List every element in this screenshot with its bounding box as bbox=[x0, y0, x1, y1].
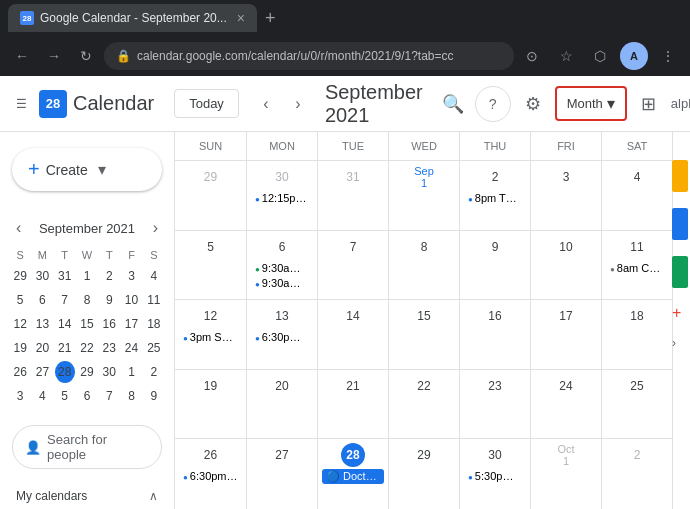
mini-day[interactable]: 7 bbox=[55, 289, 75, 311]
date-number[interactable]: 9 bbox=[483, 235, 507, 259]
calendar-event[interactable]: 9:30am Wec bbox=[251, 276, 313, 290]
hamburger-menu-button[interactable]: ☰ bbox=[16, 86, 27, 122]
cast-icon[interactable]: ⊙ bbox=[518, 42, 546, 70]
date-number[interactable]: 19 bbox=[199, 374, 223, 398]
create-button[interactable]: + Create ▾ bbox=[12, 148, 162, 191]
calendar-event[interactable]: 8am Cancel bbox=[606, 261, 668, 275]
my-calendars-toggle[interactable]: ∧ bbox=[149, 489, 158, 503]
mini-day[interactable]: 22 bbox=[77, 337, 97, 359]
bookmark-icon[interactable]: ☆ bbox=[552, 42, 580, 70]
date-number[interactable]: 2 bbox=[625, 443, 649, 467]
date-number[interactable]: 30 bbox=[483, 443, 507, 467]
date-number[interactable]: 23 bbox=[483, 374, 507, 398]
grid-view-button[interactable]: ⊞ bbox=[631, 86, 667, 122]
date-number[interactable]: 22 bbox=[412, 374, 436, 398]
date-number[interactable]: 5 bbox=[199, 235, 223, 259]
date-number[interactable]: 2 bbox=[483, 165, 507, 189]
mini-day[interactable]: 3 bbox=[121, 265, 141, 287]
mini-day-selected[interactable]: 28 bbox=[55, 361, 75, 383]
address-bar[interactable]: 🔒 calendar.google.com/calendar/u/0/r/mon… bbox=[104, 42, 514, 70]
date-number[interactable]: 29 bbox=[412, 443, 436, 467]
calendar-event[interactable]: 5:30pm 🔒 D bbox=[464, 469, 526, 484]
date-number[interactable]: 16 bbox=[483, 304, 507, 328]
mini-day[interactable]: 23 bbox=[99, 337, 119, 359]
date-number[interactable]: 18 bbox=[625, 304, 649, 328]
date-number[interactable]: 14 bbox=[341, 304, 365, 328]
month-view-dropdown[interactable]: Month ▾ bbox=[555, 86, 627, 121]
mini-day[interactable]: 27 bbox=[32, 361, 52, 383]
mini-day[interactable]: 5 bbox=[10, 289, 30, 311]
date-number[interactable]: 7 bbox=[341, 235, 365, 259]
back-button[interactable]: ← bbox=[8, 42, 36, 70]
side-icon-green[interactable] bbox=[672, 256, 688, 288]
calendar-event[interactable]: 🔵 Doctors App bbox=[322, 469, 384, 484]
date-number[interactable]: 20 bbox=[270, 374, 294, 398]
next-month-button[interactable]: › bbox=[283, 89, 313, 119]
settings-button[interactable]: ⚙ bbox=[515, 86, 551, 122]
reload-button[interactable]: ↻ bbox=[72, 42, 100, 70]
date-number[interactable]: 24 bbox=[554, 374, 578, 398]
mini-day[interactable]: 13 bbox=[32, 313, 52, 335]
mini-day[interactable]: 29 bbox=[10, 265, 30, 287]
side-icon-yellow[interactable] bbox=[672, 160, 688, 192]
mini-day[interactable]: 31 bbox=[55, 265, 75, 287]
mini-day[interactable]: 15 bbox=[77, 313, 97, 335]
mini-day[interactable]: 30 bbox=[32, 265, 52, 287]
mini-next-button[interactable]: › bbox=[153, 219, 158, 237]
mini-day[interactable]: 29 bbox=[77, 361, 97, 383]
today-button[interactable]: Today bbox=[174, 89, 239, 118]
date-number[interactable]: Sep 1 bbox=[412, 165, 436, 189]
mini-day[interactable]: 18 bbox=[144, 313, 164, 335]
mini-day[interactable]: 9 bbox=[99, 289, 119, 311]
search-people-button[interactable]: 👤 Search for people bbox=[12, 425, 162, 469]
help-button[interactable]: ? bbox=[475, 86, 511, 122]
mini-day[interactable]: 10 bbox=[121, 289, 141, 311]
more-menu-icon[interactable]: ⋮ bbox=[654, 42, 682, 70]
mini-day[interactable]: 20 bbox=[32, 337, 52, 359]
mini-day[interactable]: 25 bbox=[144, 337, 164, 359]
date-number-today[interactable]: 28 bbox=[341, 443, 365, 467]
side-icon-expand[interactable]: › bbox=[672, 336, 688, 352]
mini-day[interactable]: 6 bbox=[32, 289, 52, 311]
new-tab-button[interactable]: + bbox=[265, 8, 276, 29]
calendar-event[interactable]: 12:15pm My bbox=[251, 191, 313, 205]
mini-day[interactable]: 5 bbox=[55, 385, 75, 407]
mini-day[interactable]: 21 bbox=[55, 337, 75, 359]
prev-month-button[interactable]: ‹ bbox=[251, 89, 281, 119]
profile-button[interactable]: A bbox=[620, 42, 648, 70]
date-number[interactable]: 12 bbox=[199, 304, 223, 328]
calendar-event[interactable]: 3pm Samph bbox=[179, 330, 242, 344]
mini-day[interactable]: 4 bbox=[144, 265, 164, 287]
mini-day[interactable]: 8 bbox=[77, 289, 97, 311]
mini-day[interactable]: 9 bbox=[144, 385, 164, 407]
date-number[interactable]: 30 bbox=[270, 165, 294, 189]
date-number[interactable]: 8 bbox=[412, 235, 436, 259]
mini-day[interactable]: 24 bbox=[121, 337, 141, 359]
mini-day[interactable]: 2 bbox=[144, 361, 164, 383]
date-number[interactable]: 17 bbox=[554, 304, 578, 328]
mini-day[interactable]: 12 bbox=[10, 313, 30, 335]
tab-close-button[interactable]: × bbox=[237, 10, 245, 26]
mini-day[interactable]: 7 bbox=[99, 385, 119, 407]
date-number[interactable]: 15 bbox=[412, 304, 436, 328]
date-number[interactable]: 25 bbox=[625, 374, 649, 398]
mini-day[interactable]: 26 bbox=[10, 361, 30, 383]
extensions-icon[interactable]: ⬡ bbox=[586, 42, 614, 70]
side-icon-red[interactable]: + bbox=[672, 304, 688, 320]
date-number[interactable]: 29 bbox=[199, 165, 223, 189]
mini-day[interactable]: 1 bbox=[77, 265, 97, 287]
mini-day[interactable]: 3 bbox=[10, 385, 30, 407]
calendar-event[interactable]: 8pm TEAM I bbox=[464, 191, 526, 205]
mini-day[interactable]: 4 bbox=[32, 385, 52, 407]
date-number[interactable]: 11 bbox=[625, 235, 649, 259]
calendar-event[interactable]: 6:30pm Chu bbox=[179, 469, 242, 483]
date-number[interactable]: 10 bbox=[554, 235, 578, 259]
mini-day[interactable]: 16 bbox=[99, 313, 119, 335]
mini-day[interactable]: 19 bbox=[10, 337, 30, 359]
date-number[interactable]: 26 bbox=[199, 443, 223, 467]
calendar-event[interactable]: 6:30pm Sam bbox=[251, 330, 313, 344]
date-number[interactable]: 13 bbox=[270, 304, 294, 328]
mini-day[interactable]: 11 bbox=[144, 289, 164, 311]
date-number[interactable]: Oct 1 bbox=[554, 443, 578, 467]
mini-prev-button[interactable]: ‹ bbox=[16, 219, 21, 237]
